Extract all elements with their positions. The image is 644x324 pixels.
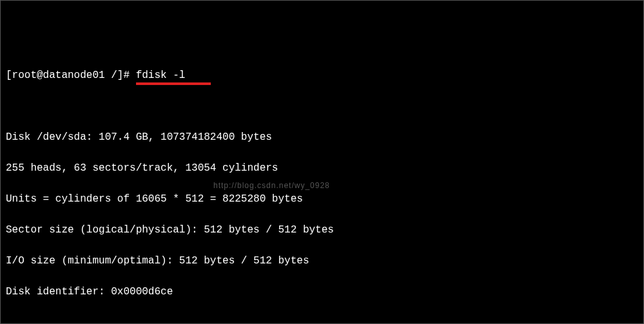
blank-line <box>6 99 638 114</box>
sda-geometry: 255 heads, 63 sectors/track, 13054 cylin… <box>6 160 638 176</box>
sda-header: Disk /dev/sda: 107.4 GB, 107374182400 by… <box>6 129 638 145</box>
prompt-prefix: [root@datanode01 /]# <box>6 70 136 81</box>
sda-identifier: Disk identifier: 0x0000d6ce <box>6 284 638 300</box>
sda-sector: Sector size (logical/physical): 512 byte… <box>6 222 638 238</box>
blank-line <box>6 315 638 324</box>
sda-io: I/O size (minimum/optimal): 512 bytes / … <box>6 253 638 269</box>
watermark-text: http://blog.csdn.net/wy_0928 <box>213 180 330 191</box>
prompt-line[interactable]: [root@datanode01 /]# fdisk -l <box>6 68 638 83</box>
sda-units: Units = cylinders of 16065 * 512 = 82252… <box>6 191 638 207</box>
command-text: fdisk -l <box>136 68 186 83</box>
